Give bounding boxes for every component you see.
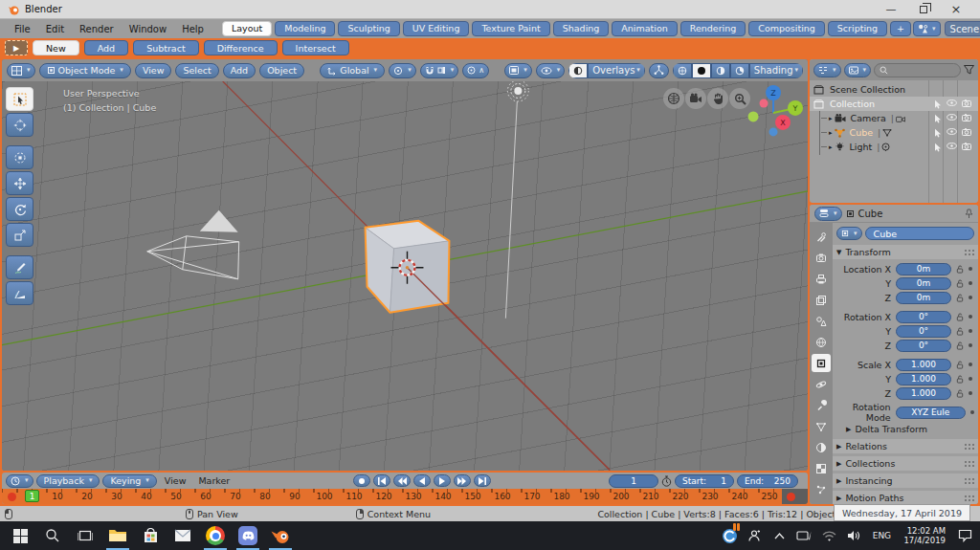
tab-material[interactable]	[812, 438, 831, 456]
tab-texture-paint[interactable]: Texture Paint	[472, 21, 549, 36]
search-input[interactable]	[891, 65, 948, 75]
lock-icon[interactable]	[956, 361, 964, 369]
tab-compositing[interactable]: Compositing	[748, 21, 825, 36]
menu-render[interactable]: Render	[73, 24, 121, 34]
relations-panel[interactable]: ▶Relations	[833, 439, 978, 453]
shading-dropdown[interactable]: Shading▾	[749, 63, 803, 78]
location-z-field[interactable]: 0m	[896, 292, 951, 304]
outliner-item-cube[interactable]: ▸ Cube |	[810, 125, 978, 140]
current-frame-badge[interactable]: 1	[25, 490, 39, 502]
outliner-item-camera[interactable]: ▸ Camera |	[810, 111, 978, 125]
instancing-panel[interactable]: ▶Instancing	[833, 473, 978, 488]
lock-icon[interactable]	[956, 313, 964, 321]
scale-y-field[interactable]: 1.000	[896, 373, 951, 385]
tool-scale[interactable]	[6, 223, 33, 247]
frame-start-field[interactable]: Start:1	[675, 474, 734, 488]
antivirus-tray-icon[interactable]	[718, 521, 741, 550]
lock-icon[interactable]	[956, 265, 964, 274]
mode-dropdown[interactable]: Object Mode▾	[39, 63, 131, 78]
collections-panel[interactable]: ▶Collections	[833, 456, 978, 471]
overlays-dropdown[interactable]: Overlays▾	[588, 63, 645, 78]
rotation-y-field[interactable]: 0°	[896, 325, 951, 338]
overlays-toggle-icon[interactable]	[568, 63, 588, 78]
hide-icon[interactable]	[945, 143, 959, 152]
animate-dot[interactable]	[969, 267, 972, 271]
search-button[interactable]	[36, 521, 69, 550]
snap-group[interactable]: ▾	[420, 63, 459, 78]
viewport-3d[interactable]: ▾ Object Mode▾ View Select Add Object Gl…	[2, 59, 808, 471]
animate-dot[interactable]	[969, 343, 972, 347]
timeline-view-menu[interactable]: View	[160, 475, 191, 486]
record-button[interactable]	[353, 474, 370, 487]
hide-icon[interactable]	[945, 114, 959, 123]
pin-icon[interactable]	[965, 209, 973, 219]
play-reverse-button[interactable]	[413, 474, 431, 487]
panel-grip[interactable]	[964, 460, 974, 467]
menu-help[interactable]: Help	[175, 24, 211, 34]
transform-orientation-dropdown[interactable]: Global▾	[320, 63, 385, 78]
animate-dot[interactable]	[969, 296, 972, 299]
bool-difference-button[interactable]: Difference	[204, 40, 278, 55]
outliner-search[interactable]	[874, 63, 961, 77]
filter-icon[interactable]	[964, 65, 974, 75]
panel-grip[interactable]	[964, 249, 974, 255]
object-id-icon[interactable]: ▾	[836, 227, 862, 240]
chrome-button[interactable]	[199, 521, 232, 550]
pan-view-button[interactable]	[707, 88, 728, 109]
rotation-x-field[interactable]: 0°	[896, 311, 951, 323]
tab-object[interactable]	[812, 354, 831, 372]
file-explorer-button[interactable]	[101, 521, 134, 550]
keying-menu[interactable]: Keying▾	[102, 474, 156, 488]
scale-z-field[interactable]: 1.000	[896, 387, 951, 400]
visibility-dropdown[interactable]: ▾	[536, 63, 566, 78]
lock-icon[interactable]	[956, 375, 964, 384]
location-x-field[interactable]: 0m	[896, 263, 951, 275]
menu-view[interactable]: View	[135, 63, 172, 78]
render-visibility-icon[interactable]	[959, 143, 973, 152]
rotation-mode-field[interactable]: XYZ Eule	[896, 407, 966, 419]
tab-scripting[interactable]: Scripting	[828, 21, 887, 36]
rotation-z-field[interactable]: 0°	[896, 340, 951, 352]
tool-cursor[interactable]	[6, 113, 33, 137]
shading-solid-icon[interactable]	[692, 63, 711, 78]
tool-measure[interactable]	[6, 281, 33, 305]
tab-rendering[interactable]: Rendering	[680, 21, 746, 36]
panel-grip[interactable]	[964, 477, 974, 484]
task-view-button[interactable]	[69, 521, 101, 550]
bool-subtract-button[interactable]: Subtract	[133, 40, 198, 55]
tab-physics[interactable]	[812, 375, 831, 393]
tab-animation[interactable]: Animation	[612, 21, 677, 36]
maximize-button[interactable]	[907, 0, 940, 18]
volume-tray-icon[interactable]	[842, 521, 865, 550]
tool-move[interactable]	[6, 145, 33, 169]
tab-render[interactable]	[812, 249, 831, 267]
tab-output[interactable]	[812, 270, 831, 288]
close-button[interactable]: ×	[940, 0, 972, 18]
tool-rotate[interactable]	[6, 197, 33, 221]
mail-button[interactable]	[167, 521, 199, 550]
taskbar-clock[interactable]: 12:02 AM 17/4/2019	[898, 526, 951, 545]
lock-icon[interactable]	[956, 389, 964, 398]
selectable-icon[interactable]	[930, 99, 945, 109]
shading-wireframe-icon[interactable]	[673, 63, 692, 78]
animate-dot[interactable]	[969, 329, 972, 333]
tab-object-data[interactable]	[812, 417, 831, 435]
language-indicator[interactable]: ENG	[867, 521, 896, 550]
action-center-button[interactable]	[953, 521, 976, 550]
zoom-view-button[interactable]	[729, 88, 750, 109]
tab-modifiers[interactable]	[812, 396, 831, 414]
lock-icon[interactable]	[956, 327, 964, 336]
timeline-editor[interactable]: ▾ Playback▾ Keying▾ View Marker 1	[2, 473, 808, 504]
menu-select[interactable]: Select	[175, 63, 218, 78]
tab-scene[interactable]	[812, 312, 831, 330]
next-keyframe-button[interactable]	[454, 474, 471, 487]
selectable-icon[interactable]	[930, 114, 945, 123]
jump-to-start-button[interactable]	[373, 474, 390, 487]
show-gizmos-dropdown[interactable]: ▾	[504, 63, 532, 78]
tool-select-box[interactable]	[6, 87, 33, 111]
outliner-editor-type-button[interactable]: ▾	[813, 63, 841, 77]
shading-material-icon[interactable]	[711, 63, 730, 78]
render-visibility-icon[interactable]	[959, 99, 973, 109]
frame-end-field[interactable]: End:250	[737, 474, 798, 488]
add-workspace-button[interactable]: +	[890, 21, 911, 36]
